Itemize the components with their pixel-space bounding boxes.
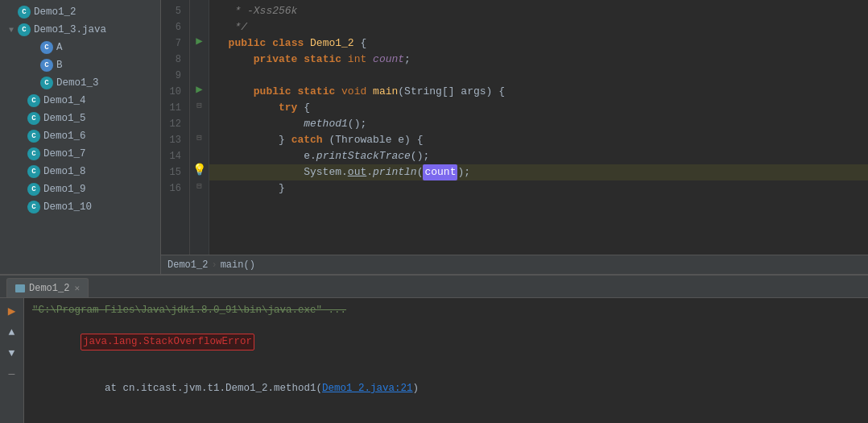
gutter-8 <box>190 48 209 64</box>
sidebar-item-label: Demo1_8 <box>43 166 86 177</box>
keyword-try: try <box>279 100 297 116</box>
file-tree-sidebar: C Demo1_2 ▼ C Demo1_3.java C A C B C Dem… <box>0 0 161 274</box>
sidebar-item-demo1_5[interactable]: C Demo1_5 <box>0 110 160 127</box>
expand-icon <box>16 96 26 106</box>
console-tab-icon <box>15 284 25 292</box>
sidebar-item-B[interactable]: C B <box>0 56 160 74</box>
console-output: "C:\Program Files\Java\jdk1.8.0_91\bin\j… <box>24 298 868 423</box>
method-main: main <box>373 84 398 100</box>
gutter-14 <box>190 145 209 161</box>
keyword-static2: static <box>297 84 335 100</box>
scroll-up-button[interactable]: ▲ <box>4 324 20 340</box>
code-line-9 <box>209 68 868 84</box>
line-num-5: 5 <box>161 3 184 19</box>
class-icon: C <box>27 165 40 178</box>
line-num-13: 13 <box>161 132 184 148</box>
breadcrumb-class[interactable]: Demo1_2 <box>167 259 208 271</box>
sidebar-item-demo1_10[interactable]: C Demo1_10 <box>0 198 160 216</box>
trace-suffix-1: ) <box>413 383 420 394</box>
keyword-private: private <box>254 52 298 68</box>
code-line-5: * -Xss256k <box>209 3 868 19</box>
class-icon: C <box>40 59 53 72</box>
keyword-public: public <box>229 35 267 52</box>
console-tabs: Demo1_2 ✕ <box>0 276 868 298</box>
close-tab-button[interactable]: ✕ <box>74 283 80 293</box>
line-num-16: 16 <box>161 180 184 197</box>
expand-icon <box>16 114 26 123</box>
sidebar-item-demo1_3-java[interactable]: ▼ C Demo1_3.java <box>0 21 160 39</box>
sidebar-item-demo1_9[interactable]: C Demo1_9 <box>0 180 160 198</box>
trace-indent-1: at cn.itcast.jvm.t1.Demo1_2.method1( <box>81 383 322 394</box>
class-icon: C <box>27 130 40 143</box>
lightbulb-icon: 💡 <box>192 163 206 176</box>
class-icon: C <box>27 183 40 196</box>
class-icon: C <box>40 77 53 89</box>
arrow-up-icon: ▲ <box>9 326 15 338</box>
sidebar-item-label: Demo1_5 <box>43 113 86 124</box>
keyword-class: class <box>272 35 304 52</box>
gutter-16: ⊟ <box>190 177 209 193</box>
gutter-10-arrow[interactable]: ▶ <box>190 81 209 97</box>
sidebar-item-demo1_4[interactable]: C Demo1_4 <box>0 92 160 110</box>
gutter-15-bulb[interactable]: 💡 <box>190 161 209 177</box>
expand-icon <box>16 185 26 194</box>
run-button[interactable]: ▶ <box>4 303 20 319</box>
method-println: println <box>373 164 417 180</box>
sidebar-item-demo1_2[interactable]: C Demo1_2 <box>0 3 160 21</box>
console-toolbar: ▶ ▲ ▼ — <box>0 298 24 423</box>
sidebar-item-demo1_8[interactable]: C Demo1_8 <box>0 163 160 180</box>
sidebar-item-label: Demo1_3 <box>56 77 99 89</box>
sidebar-item-demo1_6[interactable]: C Demo1_6 <box>0 127 160 145</box>
code-comment: * -Xss256k <box>216 3 297 19</box>
sidebar-item-demo1_7[interactable]: C Demo1_7 <box>0 145 160 163</box>
code-line-10: public static void main(String[] args) { <box>209 84 868 100</box>
gutter-9 <box>190 64 209 81</box>
scroll-down-button[interactable]: ▼ <box>4 345 20 361</box>
expand-icon <box>6 7 16 17</box>
code-line-14: e.printStackTrace(); <box>209 148 868 164</box>
expand-icon <box>29 78 39 88</box>
collapse-icon: ⊟ <box>196 100 202 110</box>
minus-icon: — <box>9 368 15 380</box>
sidebar-item-demo1_3[interactable]: C Demo1_3 <box>0 74 160 92</box>
class-icon: C <box>27 201 40 214</box>
code-line-12: method1(); <box>209 116 868 132</box>
sidebar-item-label: Demo1_4 <box>43 95 86 106</box>
code-line-13: } catch (Throwable e) { <box>209 132 868 148</box>
console-tab-label: Demo1_2 <box>29 283 69 294</box>
keyword-catch: catch <box>291 132 323 148</box>
console-tab-demo1_2[interactable]: Demo1_2 ✕ <box>6 278 89 297</box>
editor-gutter: ▶ ▶ ⊟ ⊟ 💡 ⊟ <box>190 0 209 255</box>
code-line-16: } <box>209 180 868 197</box>
class-icon: C <box>27 94 40 107</box>
class-icon: C <box>27 147 40 160</box>
gutter-12 <box>190 113 209 129</box>
gutter-7-arrow[interactable]: ▶ <box>190 32 209 48</box>
sidebar-item-label: Demo1_9 <box>43 184 86 195</box>
class-name: Demo1_2 <box>310 35 354 52</box>
method-call: method1 <box>304 116 348 132</box>
expand-icon <box>29 43 39 52</box>
line-numbers: 5 6 7 8 9 10 11 12 13 14 15 16 <box>161 0 190 255</box>
keyword-void: void <box>341 84 366 100</box>
stop-button[interactable]: — <box>4 366 20 382</box>
field-count: count <box>373 52 404 68</box>
var-count: count <box>423 164 457 180</box>
breadcrumb-method[interactable]: main() <box>221 259 255 271</box>
run-arrow-icon: ▶ <box>196 82 202 96</box>
console-trace-2: at cn.itcast.jvm.t1.Demo1_2.method1(Demo… <box>32 412 860 423</box>
line-num-8: 8 <box>161 52 184 68</box>
line-num-12: 12 <box>161 116 184 132</box>
gutter-13: ⊟ <box>190 129 209 145</box>
expand-icon <box>16 149 26 159</box>
breadcrumb-separator: › <box>211 259 217 271</box>
gutter-5 <box>190 0 209 16</box>
trace-link-1[interactable]: Demo1_2.java:21 <box>322 383 413 394</box>
sidebar-item-A[interactable]: C A <box>0 39 160 56</box>
field-out: out <box>348 164 366 180</box>
line-num-10: 10 <box>161 84 184 100</box>
expand-icon <box>16 202 26 212</box>
sidebar-item-label: Demo1_6 <box>43 131 86 142</box>
sidebar-item-label: Demo1_3.java <box>34 24 106 35</box>
console-panel: Demo1_2 ✕ ▶ ▲ ▼ — "C:\Program Files\Java… <box>0 274 868 423</box>
